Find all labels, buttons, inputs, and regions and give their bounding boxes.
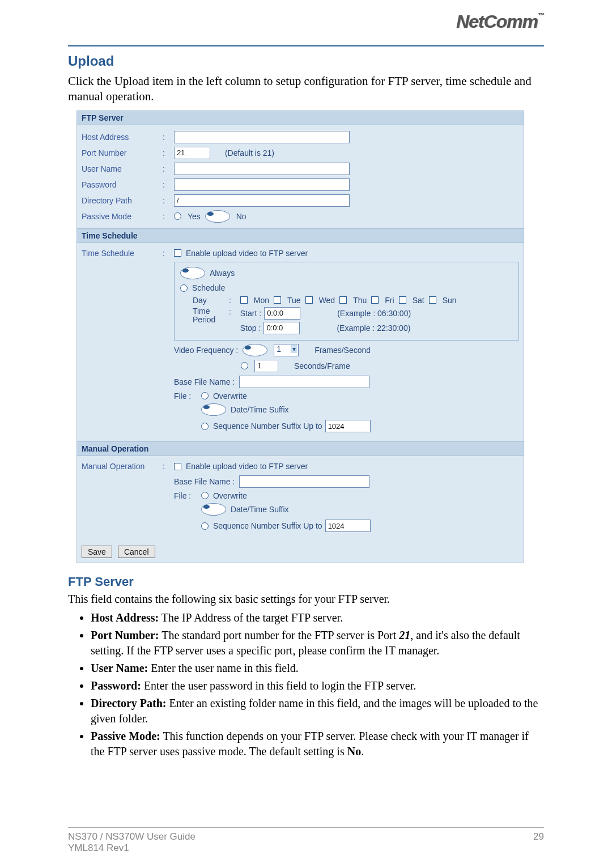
datetime-label: Date/Time Suffix: [231, 405, 289, 414]
cancel-button[interactable]: Cancel: [118, 546, 155, 558]
ftp-band: FTP Server: [77, 111, 524, 125]
ts-enable-checkbox[interactable]: [174, 249, 181, 257]
schedule-radio[interactable]: [180, 284, 188, 292]
schedule-label: Schedule: [192, 283, 225, 292]
list-item: User Name: Enter the user name in this f…: [91, 661, 544, 676]
file-seq-radio[interactable]: [201, 423, 209, 430]
passive-no-radio[interactable]: [205, 210, 230, 223]
wed: Wed: [319, 296, 335, 305]
fps-label: Frames/Second: [314, 346, 371, 355]
header-rule: [68, 45, 544, 46]
mo-seq-input[interactable]: [325, 520, 371, 532]
mo-datetime-label: Date/Time Suffix: [231, 505, 289, 514]
passive-yes-radio[interactable]: [174, 212, 181, 220]
page-title: Upload: [68, 53, 544, 69]
seq-label: Sequence Number Suffix Up to: [213, 422, 322, 431]
password-input[interactable]: [174, 178, 350, 191]
mo-overwrite-label: Overwrite: [213, 491, 247, 500]
chk-sat[interactable]: [399, 296, 406, 304]
seq-input[interactable]: [325, 420, 371, 432]
file-label: File :: [174, 392, 197, 401]
mon: Mon: [254, 296, 269, 305]
time-period-label: Time Period: [193, 307, 224, 325]
chk-thu[interactable]: [339, 296, 347, 304]
host-input[interactable]: [174, 131, 350, 143]
mo-bfn-input[interactable]: [239, 475, 369, 488]
always-radio[interactable]: [180, 267, 205, 279]
mo-seq-radio[interactable]: [201, 522, 209, 530]
timeschedule-band: Time Schedule: [77, 228, 524, 243]
mo-overwrite-radio[interactable]: [201, 492, 209, 499]
bfn-input[interactable]: [239, 376, 369, 388]
page-number: 29: [533, 831, 544, 854]
chk-mon[interactable]: [240, 296, 248, 304]
schedule-box: Always Schedule Day : Mon Tue Wed: [174, 262, 519, 341]
port-input[interactable]: [174, 147, 210, 159]
footer-guide: NS370 / NS370W User Guide: [68, 831, 196, 843]
passive-yes-label: Yes: [188, 212, 201, 221]
brand-logo: NetComm™: [456, 11, 544, 32]
day-label: Day: [193, 296, 224, 305]
bfn-label: Base File Name :: [174, 377, 235, 386]
ftp-subintro: This field contains the following six ba…: [68, 593, 544, 606]
stop-label: Stop :: [240, 324, 261, 333]
ftp-subheading: FTP Server: [68, 575, 544, 589]
save-button[interactable]: Save: [82, 546, 112, 558]
vf-fps-radio[interactable]: [243, 344, 267, 356]
thu: Thu: [353, 296, 367, 305]
intro-text: Click the Upload item in the left column…: [68, 74, 544, 105]
list-item: Host Address: The IP Address of the targ…: [91, 610, 544, 626]
page-footer: NS370 / NS370W User Guide YML814 Rev1 29: [68, 827, 544, 854]
always-label: Always: [210, 269, 235, 278]
chk-wed[interactable]: [305, 296, 313, 304]
dir-label: Directory Path: [82, 196, 158, 205]
vf-spf-radio[interactable]: [241, 362, 248, 369]
stop-input[interactable]: [264, 322, 300, 334]
mo-seq-label: Sequence Number Suffix Up to: [213, 521, 322, 530]
list-item: Directory Path: Enter an existing folder…: [91, 696, 544, 726]
mo-bfn-label: Base File Name :: [174, 477, 235, 486]
file-datetime-radio[interactable]: [201, 403, 226, 416]
start-label: Start :: [240, 309, 261, 318]
stop-example: (Example : 22:30:00): [337, 324, 410, 333]
chk-sun[interactable]: [429, 296, 436, 304]
fri: Fri: [385, 296, 394, 305]
sun: Sun: [443, 296, 457, 305]
user-input[interactable]: [174, 163, 350, 175]
port-hint: (Default is 21): [225, 148, 274, 158]
manual-band: Manual Operation: [77, 441, 524, 456]
list-item: Port Number: The standard port number fo…: [91, 628, 544, 658]
mo-enable-label: Enable upload video to FTP server: [186, 462, 308, 471]
password-label: Password: [82, 180, 158, 189]
spf-label: Seconds/Frame: [294, 361, 350, 371]
spf-input[interactable]: [254, 360, 278, 372]
port-label: Port Number: [82, 148, 158, 158]
ts-label: Time Schedule: [82, 249, 158, 258]
start-input[interactable]: [264, 307, 300, 320]
vf-fps-select[interactable]: 1: [274, 344, 299, 356]
config-panel: FTP Server Host Address : Port Number : …: [76, 110, 524, 564]
host-label: Host Address: [82, 133, 158, 142]
mo-datetime-radio[interactable]: [201, 503, 226, 516]
chk-fri[interactable]: [371, 296, 379, 304]
file-overwrite-radio[interactable]: [201, 392, 209, 399]
mo-file-label: File :: [174, 491, 197, 500]
dir-input[interactable]: [174, 194, 350, 207]
brand-name: NetComm: [456, 11, 538, 32]
ts-enable-label: Enable upload video to FTP server: [186, 249, 308, 258]
chk-tue[interactable]: [274, 296, 281, 304]
tue: Tue: [287, 296, 301, 305]
passive-label: Passive Mode: [82, 212, 158, 221]
passive-no-label: No: [236, 212, 246, 221]
vf-label: Video Frequency :: [174, 346, 238, 355]
mo-label: Manual Operation: [82, 462, 158, 471]
footer-rev: YML814 Rev1: [68, 843, 196, 854]
start-example: (Example : 06:30:00): [337, 309, 411, 318]
trademark: ™: [538, 11, 544, 19]
overwrite-label: Overwrite: [213, 392, 247, 401]
user-label: User Name: [82, 164, 158, 173]
mo-enable-checkbox[interactable]: [174, 463, 181, 470]
list-item: Password: Enter the user password in thi…: [91, 678, 544, 693]
ftp-bullet-list: Host Address: The IP Address of the targ…: [91, 610, 544, 759]
sat: Sat: [413, 296, 424, 305]
